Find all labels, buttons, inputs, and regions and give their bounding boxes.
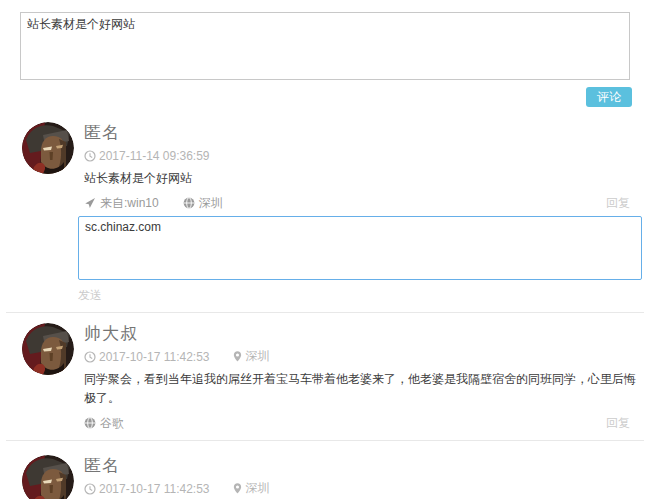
avatar — [22, 122, 74, 174]
comment-author: 匿名 — [84, 122, 642, 144]
reply-link[interactable]: 回复 — [606, 415, 630, 432]
globe-icon — [84, 417, 96, 429]
comment-list: 匿名 2017-11-14 09:36:59 站长素材是个好网站 来自:win1… — [0, 120, 650, 499]
comment-meta-row: 来自:win10 深圳 回复 — [84, 195, 642, 211]
clock-icon — [84, 150, 96, 162]
comment-time-row: 2017-10-17 11:42:53 深圳 — [84, 481, 642, 496]
comment-location: 深圳 — [183, 195, 223, 212]
reply-input[interactable] — [78, 216, 642, 280]
clock-icon — [84, 483, 96, 495]
comment-time-row: 2017-11-14 09:36:59 — [84, 148, 642, 163]
avatar-image — [22, 323, 74, 375]
comment-meta-row: 谷歌 回复 — [84, 415, 642, 431]
comment-widget: 评论 — [0, 0, 650, 499]
comment-location: 深圳 — [232, 480, 270, 497]
comment-content: 同学聚会，看到当年追我的屌丝开着宝马车带着他老婆来了，他老婆是我隔壁宿舍的同班同… — [84, 370, 642, 408]
comment-item-2: 帅大叔 2017-10-17 11:42:53 深圳 同学聚会，看到当年追我的屌… — [0, 313, 650, 437]
comment-composer — [0, 0, 650, 80]
comment-source: 来自:win10 — [84, 195, 159, 212]
comment-timestamp: 2017-10-17 11:42:53 — [99, 482, 210, 496]
reply-editor: 发送 — [78, 216, 642, 309]
send-reply-button[interactable]: 发送 — [78, 287, 102, 304]
submit-comment-button[interactable]: 评论 — [586, 87, 632, 107]
avatar — [22, 455, 74, 499]
comment-source-label: 来自:win10 — [100, 195, 159, 212]
comment-body: 匿名 2017-10-17 11:42:53 深圳 到菜市场买菜，看到一个孩子在… — [84, 453, 642, 499]
reply-link[interactable]: 回复 — [606, 195, 630, 212]
comment-timestamp: 2017-11-14 09:36:59 — [99, 149, 210, 163]
comment-author: 匿名 — [84, 455, 642, 477]
comment-browser: 谷歌 — [84, 415, 124, 432]
avatar-image — [22, 455, 74, 499]
comment-location: 深圳 — [232, 348, 270, 365]
comment-body: 匿名 2017-11-14 09:36:59 站长素材是个好网站 来自:win1… — [84, 120, 642, 309]
comment-time-row: 2017-10-17 11:42:53 深圳 — [84, 349, 642, 364]
comment-location-label: 深圳 — [246, 480, 270, 497]
clock-icon — [84, 351, 96, 363]
comment-content: 站长素材是个好网站 — [84, 169, 642, 188]
comment-item-3: 匿名 2017-10-17 11:42:53 深圳 到菜市场买菜，看到一个孩子在… — [0, 441, 650, 499]
comment-body: 帅大叔 2017-10-17 11:42:53 深圳 同学聚会，看到当年追我的屌… — [84, 321, 642, 437]
comment-input[interactable] — [20, 12, 630, 80]
comment-timestamp: 2017-10-17 11:42:53 — [99, 350, 210, 364]
comment-location-label: 深圳 — [246, 348, 270, 365]
globe-icon — [183, 197, 195, 209]
comment-browser-label: 谷歌 — [100, 415, 124, 432]
composer-actions: 评论 — [0, 87, 632, 107]
avatar — [22, 323, 74, 375]
location-pin-icon — [232, 482, 243, 495]
comment-author: 帅大叔 — [84, 323, 642, 345]
comment-item-1: 匿名 2017-11-14 09:36:59 站长素材是个好网站 来自:win1… — [0, 120, 650, 309]
pushpin-icon — [84, 197, 96, 209]
comment-location-label: 深圳 — [199, 195, 223, 212]
avatar-image — [22, 122, 74, 174]
location-pin-icon — [232, 350, 243, 363]
